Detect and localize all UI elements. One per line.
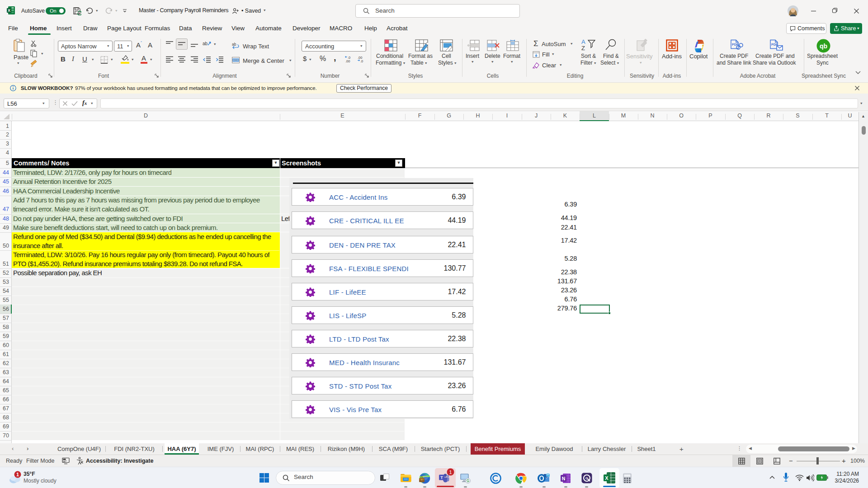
svg-text:ab: ab [203,41,208,46]
svg-text:X: X [8,8,10,13]
svg-text:N: N [562,476,566,481]
svg-text:.00: .00 [345,59,350,63]
svg-text:1: 1 [16,472,19,477]
svg-text:G: G [585,476,588,480]
svg-text:X: X [605,475,609,481]
svg-text:ab: ab [232,42,236,47]
svg-text:.0: .0 [360,59,363,63]
svg-text:1: 1 [449,469,452,475]
svg-text:T: T [440,475,443,480]
svg-text:qb: qb [820,42,827,50]
